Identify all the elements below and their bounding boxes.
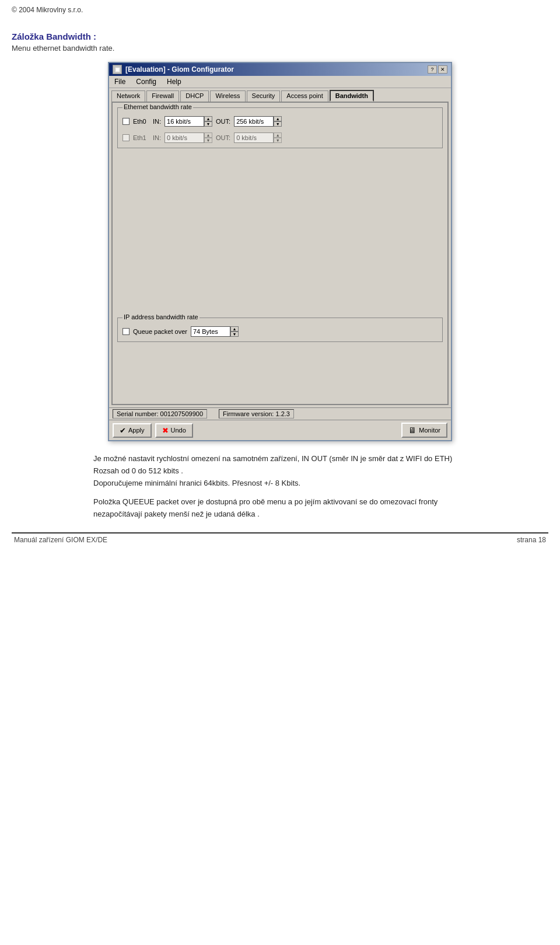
- eth1-checkbox[interactable]: [123, 134, 130, 141]
- close-button[interactable]: ✕: [438, 65, 447, 74]
- ip-group-title: IP address bandwidth rate: [123, 313, 200, 320]
- eth1-in-field: ▲ ▼: [164, 132, 212, 143]
- eth1-in-label: IN:: [153, 134, 161, 141]
- title-bar: ▣ [Evaluation] - Giom Configurator ? ✕: [109, 63, 451, 76]
- ethernet-group-title: Ethernet bandwidth rate: [123, 103, 193, 110]
- eth1-out-field: ▲ ▼: [234, 132, 282, 143]
- eth1-label: Eth1: [133, 134, 149, 141]
- queue-spinner: ▲ ▼: [230, 326, 239, 337]
- window-title: [Evaluation] - Giom Configurator: [125, 65, 234, 74]
- body-paragraph-3: Položka QUEEUE packet over je dostupná p…: [93, 496, 467, 521]
- eth1-in-down[interactable]: ▼: [204, 138, 212, 143]
- eth1-row: Eth1 IN: ▲ ▼ OUT: ▲ ▼: [123, 132, 438, 143]
- eth1-out-spinner: ▲ ▼: [274, 132, 282, 143]
- eth1-out-label: OUT:: [216, 134, 230, 141]
- tab-wireless[interactable]: Wireless: [210, 90, 245, 102]
- footer-right: strana 18: [517, 536, 546, 544]
- bottom-bar: ✔ Apply ✖ Undo 🖥 Monitor: [109, 420, 451, 440]
- title-bar-controls: ? ✕: [428, 65, 447, 74]
- eth1-out-input[interactable]: [234, 132, 274, 143]
- undo-label: Undo: [171, 427, 186, 434]
- queue-label: Queue packet over: [133, 328, 187, 335]
- serial-number: Serial number: 001207509900: [113, 409, 207, 419]
- apply-button[interactable]: ✔ Apply: [113, 423, 152, 438]
- tab-security[interactable]: Security: [247, 90, 281, 102]
- eth0-in-field: ▲ ▼: [164, 116, 212, 127]
- title-bar-left: ▣ [Evaluation] - Giom Configurator: [113, 65, 234, 74]
- queue-input[interactable]: [191, 326, 230, 337]
- menu-help[interactable]: Help: [165, 77, 183, 86]
- monitor-button[interactable]: 🖥 Monitor: [401, 423, 447, 438]
- queue-down[interactable]: ▼: [230, 332, 239, 337]
- menu-config[interactable]: Config: [134, 77, 158, 86]
- tab-dhcp[interactable]: DHCP: [180, 90, 209, 102]
- eth0-out-spinner: ▲ ▼: [274, 116, 282, 127]
- footer-left: Manuál zařízení GIOM EX/DE: [14, 536, 107, 544]
- queue-checkbox[interactable]: [123, 328, 130, 335]
- queue-up[interactable]: ▲: [230, 326, 239, 332]
- undo-icon: ✖: [162, 426, 169, 435]
- body-paragraph-1: Je možné nastavit rychlostní omezení na …: [93, 453, 467, 477]
- eth0-out-input[interactable]: [234, 116, 274, 127]
- ethernet-group: Ethernet bandwidth rate Eth0 IN: ▲ ▼: [117, 107, 443, 148]
- eth0-out-field: ▲ ▼: [234, 116, 282, 127]
- tab-access-point[interactable]: Access point: [281, 90, 328, 102]
- eth0-label: Eth0: [133, 118, 149, 125]
- eth0-in-spinner: ▲ ▼: [204, 116, 212, 127]
- app-icon: ▣: [113, 65, 122, 74]
- footer-divider: [12, 532, 548, 533]
- body-text-section: Je možné nastavit rychlostní omezení na …: [93, 453, 467, 521]
- section-title: Záložka Bandwidth :: [12, 32, 548, 41]
- firmware-version: Firmware version: 1.2.3: [219, 409, 294, 419]
- tab-firewall[interactable]: Firewall: [146, 90, 179, 102]
- eth0-row: Eth0 IN: ▲ ▼ OUT: ▲ ▼: [123, 116, 438, 127]
- eth1-out-up[interactable]: ▲: [274, 132, 282, 138]
- eth1-in-input[interactable]: [164, 132, 204, 143]
- eth0-out-label: OUT:: [216, 118, 230, 125]
- queue-checkbox-label: [123, 328, 130, 335]
- eth0-checkbox[interactable]: [123, 118, 130, 125]
- tabs-bar: Network Firewall DHCP Wireless Security …: [109, 88, 451, 102]
- copyright-text: © 2004 Mikrovlny s.r.o.: [12, 6, 548, 14]
- section-subtitle: Menu ethernet bandwidth rate.: [12, 44, 548, 53]
- menu-file[interactable]: File: [113, 77, 127, 86]
- queue-row: Queue packet over ▲ ▼: [123, 326, 438, 337]
- content-spacer: [117, 154, 443, 318]
- monitor-icon: 🖥: [408, 426, 416, 435]
- footer-bar: Manuál zařízení GIOM EX/DE strana 18: [12, 536, 548, 544]
- eth0-in-up[interactable]: ▲: [204, 116, 212, 121]
- eth0-in-down[interactable]: ▼: [204, 121, 212, 127]
- eth1-in-spinner: ▲ ▼: [204, 132, 212, 143]
- queue-field: ▲ ▼: [191, 326, 239, 337]
- app-window: ▣ [Evaluation] - Giom Configurator ? ✕ F…: [108, 62, 452, 441]
- undo-button[interactable]: ✖ Undo: [155, 423, 193, 438]
- ip-group: IP address bandwidth rate Queue packet o…: [117, 318, 443, 342]
- apply-label: Apply: [128, 427, 145, 434]
- eth1-out-down[interactable]: ▼: [274, 138, 282, 143]
- eth0-in-label: IN:: [153, 118, 161, 125]
- tab-network[interactable]: Network: [111, 90, 145, 102]
- eth1-in-up[interactable]: ▲: [204, 132, 212, 138]
- eth0-checkbox-label: [123, 118, 130, 125]
- status-bar: Serial number: 001207509900 Firmware ver…: [109, 407, 451, 420]
- apply-icon: ✔: [120, 426, 126, 435]
- monitor-label: Monitor: [419, 427, 440, 434]
- tab-bandwidth[interactable]: Bandwidth: [330, 90, 374, 102]
- body-paragraph-2: Doporučujeme minimální hranici 64kbits. …: [93, 477, 467, 490]
- menu-bar: File Config Help: [109, 76, 451, 88]
- tab-content: Ethernet bandwidth rate Eth0 IN: ▲ ▼: [111, 102, 449, 405]
- eth0-out-up[interactable]: ▲: [274, 116, 282, 121]
- eth0-out-down[interactable]: ▼: [274, 121, 282, 127]
- action-buttons: ✔ Apply ✖ Undo: [113, 423, 193, 438]
- eth1-checkbox-label: [123, 134, 130, 141]
- help-button[interactable]: ?: [428, 65, 437, 74]
- eth0-in-input[interactable]: [164, 116, 204, 127]
